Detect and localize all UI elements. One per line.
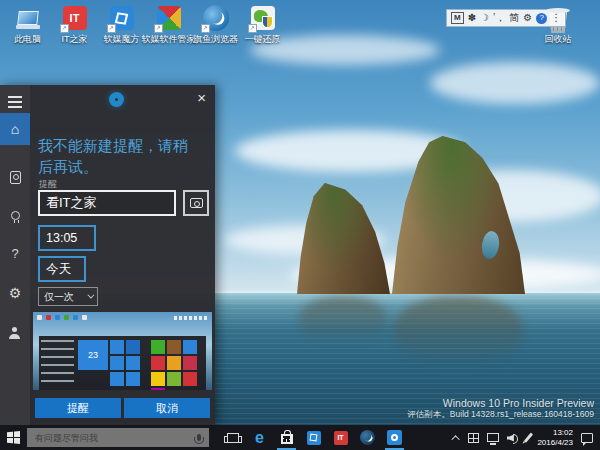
store-button[interactable] (273, 425, 300, 450)
mofang-cube-icon (307, 431, 321, 445)
help-icon: ? (11, 246, 18, 261)
ime-simplified-icon[interactable]: 简 (509, 10, 519, 26)
shortcut-arrow-icon: ↗ (154, 24, 163, 33)
close-icon[interactable]: × (197, 89, 206, 106)
volume-icon[interactable] (507, 432, 519, 444)
sailfish-icon (360, 430, 375, 445)
cortana-content: × 我不能新建提醒，请稍后再试。 提醒 看IT之家 13:05 今天 仅一次 2… (30, 85, 215, 425)
mini-right-tiles (148, 336, 206, 390)
start-tile (110, 340, 124, 354)
sidebar-item-settings[interactable]: ⚙ (0, 277, 30, 309)
attach-photo-button[interactable] (183, 190, 209, 216)
tray-overflow-chevron-icon[interactable] (451, 435, 459, 443)
start-button[interactable] (0, 425, 27, 450)
ithome-icon: IT (334, 431, 348, 445)
shortcut-arrow-icon: ↗ (107, 24, 116, 33)
sidebar-item-notebook[interactable] (0, 161, 30, 193)
desktop-icon-software-manager[interactable]: ↗ 软媒软件管家 (145, 5, 192, 46)
edge-button[interactable]: e (246, 425, 273, 450)
cortana-search-box (27, 428, 209, 447)
lightbulb-icon (11, 211, 20, 220)
start-tile (126, 372, 140, 386)
notebook-icon (10, 171, 21, 184)
watermark-line2: 评估副本。Build 14328.rs1_release.160418-1609 (407, 409, 594, 421)
mofang-button[interactable] (300, 425, 327, 450)
desktop-icon-ithome[interactable]: IT ↗ IT之家 (51, 5, 98, 46)
desktop-icon-label: 软媒魔方 (104, 33, 140, 46)
desktop-icon-label: 一键还原 (245, 33, 281, 46)
start-tile (126, 340, 140, 354)
start-tile (151, 372, 165, 386)
store-icon (281, 434, 293, 444)
tray-clock[interactable]: 13:02 2016/4/23 (537, 428, 573, 448)
taskbar-app-icons: e IT (219, 425, 408, 450)
this-pc-icon (15, 5, 41, 31)
search-input[interactable] (27, 428, 189, 447)
recurrence-value: 仅一次 (44, 290, 74, 304)
reminder-time-field[interactable]: 13:05 (38, 225, 96, 251)
desktop-icon-one-key-restore[interactable]: ↗ 一键还原 (239, 5, 286, 46)
sidebar-item-reminders[interactable] (0, 199, 30, 231)
ime-fullhalf-icon[interactable]: ☽ (480, 10, 489, 26)
windows-ink-icon[interactable] (524, 432, 533, 442)
shortcut-arrow-icon: ↗ (60, 24, 69, 33)
sidebar-item-home[interactable]: ⌂ (0, 113, 30, 145)
start-tile (151, 340, 165, 354)
ime-tools-icon[interactable]: ⚙ (523, 10, 532, 26)
windows-logo-icon (7, 431, 20, 444)
start-tile (82, 315, 87, 320)
rock-reflection (394, 296, 522, 366)
start-tile (167, 356, 181, 370)
start-tile (64, 315, 69, 320)
cancel-button[interactable]: 取消 (124, 398, 210, 418)
task-view-icon (227, 433, 239, 443)
sidebar-item-feedback[interactable] (0, 317, 30, 349)
sidebar-item-help[interactable]: ? (0, 237, 30, 269)
task-view-button[interactable] (219, 425, 246, 450)
network-icon[interactable] (487, 433, 499, 442)
desktop-icon-sailfish-browser[interactable]: ↗ 旗鱼浏览器 (192, 5, 239, 46)
home-icon: ⌂ (11, 122, 19, 136)
ime-flower-icon[interactable]: ✽ (468, 10, 476, 26)
cortana-sidebar: ⌂ ? ⚙ (0, 85, 30, 425)
watermark-line1: Windows 10 Pro Insider Preview (407, 397, 594, 409)
blue-app-button[interactable] (381, 425, 408, 450)
start-tile (151, 388, 165, 390)
start-tile (183, 372, 197, 386)
desktop-icon-label: 旗鱼浏览器 (193, 33, 238, 46)
person-icon (9, 327, 21, 339)
desktop-icon-row: 此电脑 IT ↗ IT之家 ↗ 软媒魔方 ↗ 软媒软件管家 (4, 5, 286, 46)
cortana-logo-icon (109, 92, 124, 107)
microphone-button[interactable] (189, 428, 209, 447)
start-tile (126, 356, 140, 370)
mini-desktop-dots (37, 315, 87, 320)
sailfish-browser-button[interactable] (354, 425, 381, 450)
action-center-icon[interactable] (581, 433, 593, 443)
ithome-icon: IT ↗ (62, 5, 88, 31)
desktop-icon-mofang[interactable]: ↗ 软媒魔方 (98, 5, 145, 46)
start-tile (183, 340, 197, 354)
reminder-date-field[interactable]: 今天 (38, 256, 86, 282)
ime-punctuation-icon[interactable]: ’， (493, 10, 505, 26)
ime-help-icon[interactable]: ? (536, 13, 547, 24)
hamburger-menu-icon[interactable] (8, 96, 22, 111)
touch-keyboard-icon[interactable] (468, 433, 479, 443)
desktop-icon-label: 此电脑 (14, 33, 41, 46)
ime-mode-icon[interactable]: M (451, 12, 464, 24)
mini-tray-strip (174, 316, 208, 320)
reminder-text-input[interactable]: 看IT之家 (38, 190, 176, 216)
tray-time: 13:02 (537, 428, 573, 438)
ithome-button[interactable]: IT (327, 425, 354, 450)
desktop-icon-label: 回收站 (545, 33, 572, 46)
start-tile (46, 315, 51, 320)
ring-app-icon (387, 430, 402, 445)
recurrence-dropdown[interactable]: 仅一次 (38, 287, 98, 306)
remind-button[interactable]: 提醒 (35, 398, 121, 418)
desktop-icon-this-pc[interactable]: 此电脑 (4, 5, 51, 46)
recycle-bin-icon (546, 8, 570, 13)
windows-desktop: 此电脑 IT ↗ IT之家 ↗ 软媒魔方 ↗ 软媒软件管家 (0, 0, 600, 450)
cortana-error-message: 我不能新建提醒，请稍后再试。 (38, 135, 202, 177)
start-tile (167, 340, 181, 354)
attached-screenshot-thumbnail[interactable]: 23 (33, 312, 212, 390)
start-tile (183, 356, 197, 370)
